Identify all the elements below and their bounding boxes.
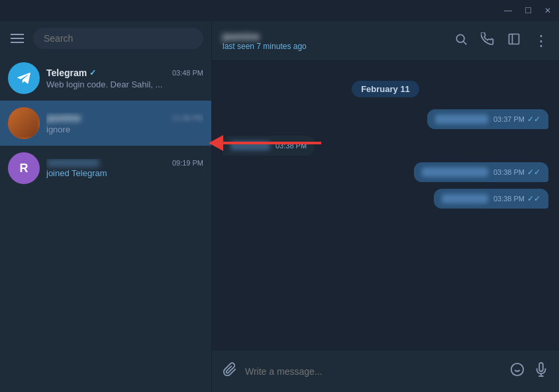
read-receipt-icon: ✓✓ bbox=[527, 194, 540, 203]
chat-list: Telegram ✓ 03:48 PM Web login code. Dear… bbox=[0, 56, 211, 392]
maximize-button[interactable]: ☐ bbox=[522, 5, 534, 17]
chat-header-actions: ⋮ bbox=[454, 32, 548, 50]
message-row: 03:37 PM ✓✓ bbox=[223, 109, 548, 129]
chat-top-jasmine: jasmine 11:36 PM bbox=[46, 113, 203, 123]
message-time: 03:38 PM bbox=[493, 195, 525, 203]
message-content bbox=[230, 141, 270, 150]
date-divider: February 11 bbox=[223, 81, 548, 97]
chat-preview-r: joined Telegram bbox=[46, 168, 203, 178]
chat-preview-jasmine: ignore bbox=[46, 124, 203, 134]
message-input[interactable] bbox=[245, 366, 502, 377]
chat-top-r: 09:19 PM bbox=[46, 159, 203, 167]
message-time: 03:38 PM bbox=[493, 168, 525, 176]
avatar-telegram bbox=[8, 62, 40, 94]
avatar-r: R bbox=[8, 152, 40, 184]
chat-content-r: 09:19 PM joined Telegram bbox=[46, 159, 203, 178]
message-meta: 03:38 PM bbox=[276, 142, 307, 150]
svg-point-0 bbox=[456, 34, 464, 42]
title-bar: — ☐ ✕ bbox=[0, 0, 559, 21]
message-content bbox=[435, 115, 488, 124]
message-time: 03:38 PM bbox=[276, 142, 307, 150]
close-button[interactable]: ✕ bbox=[542, 5, 554, 17]
chat-item-r[interactable]: R 09:19 PM joined Telegram bbox=[0, 146, 211, 191]
mic-icon[interactable] bbox=[534, 362, 548, 380]
svg-point-4 bbox=[511, 364, 523, 375]
chat-name-r bbox=[46, 159, 99, 167]
chat-header-info: jasmine last seen 7 minutes ago bbox=[223, 30, 454, 51]
emoji-icon[interactable] bbox=[510, 362, 525, 380]
call-icon[interactable] bbox=[481, 32, 494, 49]
read-receipt-icon: ✓✓ bbox=[527, 168, 540, 177]
message-input-area bbox=[212, 350, 559, 392]
expand-icon[interactable] bbox=[507, 32, 521, 49]
message-row: 03:38 PM ✓✓ bbox=[223, 162, 548, 182]
message-meta: 03:37 PM ✓✓ bbox=[493, 115, 540, 124]
svg-line-1 bbox=[464, 42, 467, 45]
avatar-jasmine bbox=[8, 107, 40, 139]
message-content bbox=[422, 168, 488, 177]
date-label: February 11 bbox=[352, 81, 419, 97]
message-bubble-outgoing-2: 03:38 PM ✓✓ bbox=[414, 162, 548, 182]
verified-icon: ✓ bbox=[89, 68, 96, 77]
read-receipt-icon: ✓✓ bbox=[527, 115, 540, 124]
chat-panel: jasmine last seen 7 minutes ago bbox=[212, 21, 559, 392]
chat-item-telegram[interactable]: Telegram ✓ 03:48 PM Web login code. Dear… bbox=[0, 56, 211, 101]
chat-item-jasmine[interactable]: jasmine 11:36 PM ignore bbox=[0, 101, 211, 146]
chat-name-jasmine: jasmine bbox=[46, 113, 81, 123]
chat-time-jasmine: 11:36 PM bbox=[172, 114, 203, 122]
minimize-button[interactable]: — bbox=[502, 5, 514, 17]
chat-preview-telegram: Web login code. Dear Sahil, ... bbox=[46, 79, 203, 89]
chat-time-r: 09:19 PM bbox=[172, 159, 203, 167]
message-time: 03:37 PM bbox=[493, 115, 525, 123]
chat-content-jasmine: jasmine 11:36 PM ignore bbox=[46, 113, 203, 134]
title-bar-controls: — ☐ ✕ bbox=[502, 5, 554, 17]
sidebar-header bbox=[0, 21, 211, 56]
input-icons bbox=[510, 362, 548, 380]
message-bubble-outgoing-3: 03:38 PM ✓✓ bbox=[434, 189, 548, 209]
chat-name-telegram: Telegram ✓ bbox=[46, 68, 96, 78]
chat-content-telegram: Telegram ✓ 03:48 PM Web login code. Dear… bbox=[46, 68, 203, 89]
sidebar: Telegram ✓ 03:48 PM Web login code. Dear… bbox=[0, 21, 212, 392]
attach-icon[interactable] bbox=[223, 362, 237, 381]
chat-top-telegram: Telegram ✓ 03:48 PM bbox=[46, 68, 203, 78]
main-layout: Telegram ✓ 03:48 PM Web login code. Dear… bbox=[0, 21, 559, 392]
svg-rect-2 bbox=[509, 34, 519, 44]
message-bubble-outgoing-1: 03:37 PM ✓✓ bbox=[427, 109, 548, 129]
chat-search-icon[interactable] bbox=[454, 32, 468, 49]
chat-header-name: jasmine bbox=[223, 30, 454, 42]
more-options-icon[interactable]: ⋮ bbox=[534, 32, 548, 50]
chat-header: jasmine last seen 7 minutes ago bbox=[212, 21, 559, 61]
message-meta: 03:38 PM ✓✓ bbox=[493, 194, 540, 203]
message-bubble-incoming-1: 03:38 PM bbox=[223, 136, 315, 156]
search-input[interactable] bbox=[33, 28, 203, 49]
message-row: 03:38 PM bbox=[223, 136, 548, 156]
messages-area: February 11 03:37 PM ✓✓ 03:38 PM bbox=[212, 61, 559, 350]
menu-button[interactable] bbox=[8, 34, 26, 43]
message-row: 03:38 PM ✓✓ bbox=[223, 189, 548, 209]
message-content bbox=[442, 194, 488, 203]
chat-header-status: last seen 7 minutes ago bbox=[223, 42, 454, 51]
chat-time-telegram: 03:48 PM bbox=[172, 69, 203, 77]
message-meta: 03:38 PM ✓✓ bbox=[493, 168, 540, 177]
